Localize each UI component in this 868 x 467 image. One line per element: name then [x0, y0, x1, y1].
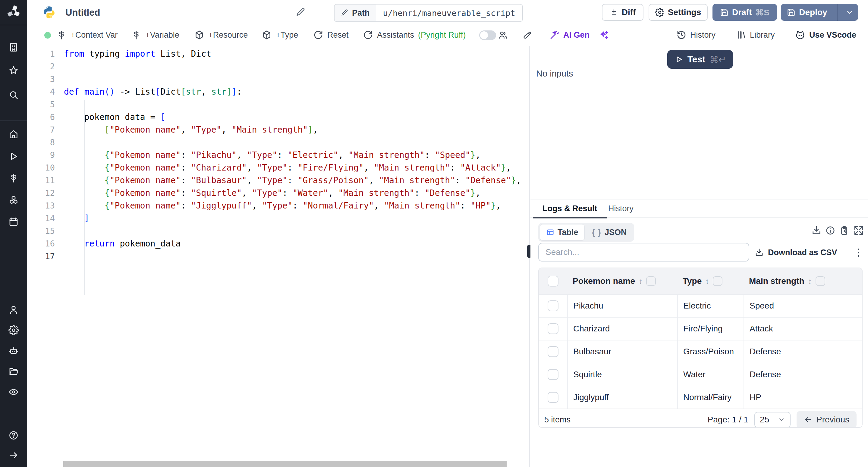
column-toggle-checkbox[interactable]: [646, 276, 656, 286]
line-number: 7: [27, 124, 63, 136]
library-button[interactable]: Library: [736, 25, 775, 45]
cell: Charizard: [567, 317, 677, 340]
code-line: def main() -> List[Dict[str, str]]:: [64, 86, 529, 98]
cell: Defense: [744, 363, 861, 386]
use-vscode-button[interactable]: Use VScode: [795, 25, 856, 45]
deploy-dropdown-button[interactable]: [841, 8, 858, 16]
search-placeholder: Search...: [546, 247, 579, 257]
column-toggle-checkbox[interactable]: [713, 276, 722, 286]
result-panel-divider: [530, 199, 868, 199]
table-row[interactable]: CharizardFire/FlyingAttack: [539, 317, 862, 340]
settings-button[interactable]: Settings: [649, 4, 708, 21]
expand-icon[interactable]: [854, 225, 864, 236]
sidebar-item-star-icon[interactable]: [0, 65, 27, 75]
code-line: [64, 98, 529, 111]
refresh-icon: [363, 30, 373, 40]
table-search-input[interactable]: Search...: [538, 243, 749, 261]
toolbar-item--resource[interactable]: +Resource: [194, 25, 248, 45]
horizontal-scrollbar[interactable]: [63, 461, 507, 467]
previous-page-button[interactable]: Previous: [797, 411, 857, 428]
sidebar-item-home-icon[interactable]: [0, 129, 27, 139]
table-row[interactable]: JigglypuffNormal/FairyHP: [539, 386, 862, 409]
row-checkbox[interactable]: [548, 392, 558, 403]
line-number: 12: [27, 187, 63, 199]
sidebar-item-arrow-right-icon[interactable]: [0, 450, 27, 460]
toolbar-item--context-var[interactable]: +Context Var: [56, 25, 118, 45]
download-result-icon[interactable]: [811, 225, 822, 236]
package-icon: [261, 30, 272, 40]
tab-history[interactable]: History: [606, 200, 636, 217]
history-button[interactable]: History: [677, 25, 715, 45]
line-number: 6: [27, 111, 63, 124]
row-checkbox[interactable]: [548, 323, 558, 334]
copy-to-clipboard-icon[interactable]: [839, 225, 849, 236]
code-content[interactable]: from typing import List, Dictdef main() …: [64, 48, 529, 263]
sidebar-item-search-icon[interactable]: [0, 90, 27, 100]
script-title: Untitled: [65, 7, 100, 18]
sidebar-item-cubes-icon[interactable]: [0, 195, 27, 205]
chevron-down-icon: [846, 8, 854, 16]
row-checkbox[interactable]: [548, 369, 558, 380]
tab-logs-and-result[interactable]: Logs & Result: [533, 200, 607, 218]
info-icon[interactable]: [825, 225, 835, 236]
code-line: {"Pokemon name": "Bulbasaur", "Type": "G…: [64, 174, 529, 187]
code-line: return pokemon_data: [64, 238, 529, 250]
table-row[interactable]: PikachuElectricSpeed: [539, 294, 862, 317]
table-header-row: Pokemon name↕Type↕Main strength↕: [539, 268, 862, 294]
collaborators-icon[interactable]: [498, 25, 507, 45]
sort-icon[interactable]: ↕: [808, 277, 812, 286]
sidebar-item-eye-icon[interactable]: [0, 387, 27, 397]
code-line: {"Pokemon name": "Squirtle", "Type": "Wa…: [64, 187, 529, 199]
row-checkbox[interactable]: [548, 346, 558, 357]
sidebar-item-robot-icon[interactable]: [0, 346, 27, 356]
sort-icon[interactable]: ↕: [639, 277, 643, 286]
sparkles-icon[interactable]: [599, 25, 609, 45]
edit-title-pencil-icon[interactable]: [296, 7, 306, 18]
sidebar-item-calendar-icon[interactable]: [0, 217, 27, 227]
cell: Attack: [744, 317, 861, 340]
format-brush-icon[interactable]: [523, 25, 532, 45]
toolbar-item-reset[interactable]: Reset: [313, 25, 349, 45]
sort-icon[interactable]: ↕: [705, 277, 709, 286]
page-size-select[interactable]: 25: [754, 412, 790, 428]
toolbar-item-assistants[interactable]: Assistants(Pyright Ruff): [363, 25, 466, 45]
path-field[interactable]: Path u/henri/maneuverable_script: [334, 4, 523, 22]
deploy-button[interactable]: Deploy: [781, 4, 858, 21]
sidebar-item-dollar-icon[interactable]: [0, 173, 27, 183]
line-number: 2: [27, 60, 63, 73]
diff-button[interactable]: Diff: [602, 4, 644, 21]
gear-icon: [655, 8, 664, 17]
toolbar-item--variable[interactable]: +Variable: [131, 25, 179, 45]
ai-gen-button[interactable]: AI Gen: [550, 25, 590, 45]
path-value[interactable]: u/henri/maneuverable_script: [376, 4, 523, 21]
assistant-toggle[interactable]: [479, 30, 496, 40]
history-clock-icon: [677, 30, 686, 40]
download-as-csv-button[interactable]: Download as CSV: [755, 244, 837, 261]
cell: Pikachu: [567, 295, 677, 317]
code-editor[interactable]: 1234567891011121314151617 from typing im…: [27, 46, 529, 467]
sidebar-divider: [0, 25, 27, 25]
save-icon: [720, 8, 728, 17]
sidebar-item-gear-icon[interactable]: [0, 325, 27, 335]
toolbar-item--type[interactable]: +Type: [261, 25, 298, 45]
sidebar-item-user-icon[interactable]: [0, 305, 27, 315]
column-toggle-checkbox[interactable]: [815, 276, 825, 286]
cell: Electric: [677, 295, 744, 317]
line-number: 16: [27, 238, 63, 250]
sidebar-item-play-icon[interactable]: [0, 151, 27, 161]
table-menu-kebab-icon[interactable]: [852, 246, 864, 259]
column-header-pokemon-name: Pokemon name↕: [567, 276, 677, 286]
code-line: [64, 250, 529, 263]
table-row[interactable]: BulbasaurGrass/PoisonDefense: [539, 340, 862, 363]
sidebar-item-help-icon[interactable]: [0, 430, 27, 440]
sidebar-item-building-icon[interactable]: [0, 42, 27, 53]
draft-button[interactable]: Draft ⌘S: [712, 4, 777, 21]
windmill-logo-icon[interactable]: [0, 4, 27, 19]
select-all-checkbox[interactable]: [548, 276, 558, 286]
table-row[interactable]: SquirtleWaterDefense: [539, 363, 862, 386]
row-checkbox[interactable]: [548, 301, 558, 311]
view-table-option[interactable]: Table: [540, 224, 585, 241]
test-run-button[interactable]: Test ⌘↵: [667, 50, 733, 69]
sidebar-item-folder-icon[interactable]: [0, 366, 27, 376]
view-json-option[interactable]: { } JSON: [586, 224, 633, 240]
